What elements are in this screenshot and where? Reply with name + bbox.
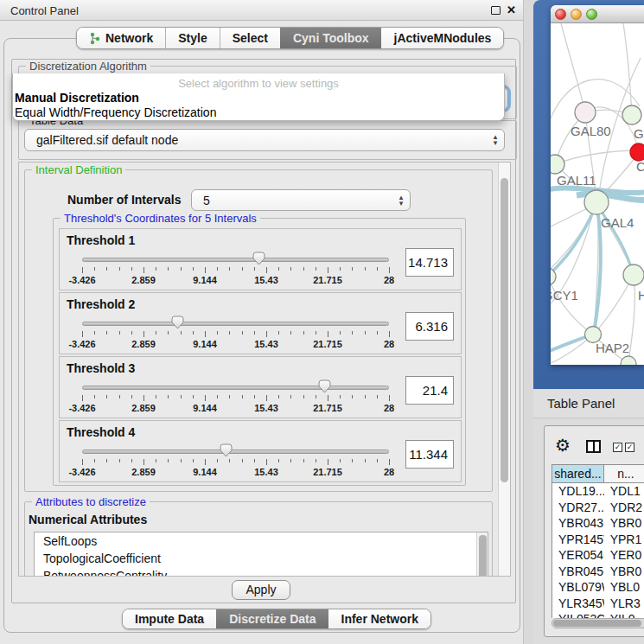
slider-track[interactable] [82, 322, 389, 326]
slider-thumb[interactable] [171, 316, 184, 329]
network-node-label: GAL4 [601, 215, 634, 230]
attribute-list-item[interactable]: BetweennessCentrality [35, 567, 488, 577]
tab-network[interactable]: Network [77, 28, 165, 48]
table-row[interactable]: YDR27...YDR2 [552, 500, 644, 516]
checkbox-icon[interactable]: ✓ [625, 443, 634, 452]
tab-label: Cyni Toolbox [293, 31, 369, 45]
network-canvas[interactable]: GAL80GACGAL11GAL4GCY1HHAP2 [551, 23, 644, 365]
tab-style[interactable]: Style [165, 28, 219, 48]
network-node-label: GAL11 [557, 173, 596, 188]
network-edge[interactable] [561, 23, 584, 111]
attribute-list-item[interactable]: TopologicalCoefficient [35, 550, 488, 567]
table-row[interactable]: YIL052CYIL0 [552, 611, 644, 618]
close-traffic-light-icon[interactable] [555, 9, 566, 20]
tab-label: Style [178, 31, 207, 45]
slider-ticks [82, 395, 389, 402]
slider-track[interactable] [82, 386, 389, 390]
tab-discretize-data[interactable]: Discretize Data [216, 609, 328, 628]
table-column-header[interactable]: n... [604, 464, 644, 483]
threshold-value-field[interactable]: 14.713 [405, 248, 454, 277]
zoom-traffic-light-icon[interactable] [586, 9, 597, 20]
screen: Control Panel ✕ NetworkStyleSelectCyni T… [0, 0, 644, 644]
algorithm-option-manual-discretization[interactable]: Manual Discretization [13, 90, 504, 105]
table-column-header[interactable]: shared... [552, 464, 604, 483]
threshold-value-field[interactable]: 11.344 [405, 440, 454, 469]
table-cell: YBL0 [604, 579, 644, 596]
settings-vertical-scrollbar[interactable] [498, 163, 510, 576]
attribute-list-item[interactable]: SelfLoops [35, 532, 488, 550]
table-cell: YBR0 [604, 564, 644, 580]
network-node-ga[interactable] [622, 105, 641, 124]
slider-thumb[interactable] [252, 252, 265, 265]
network-node-gal80[interactable] [575, 102, 596, 123]
table-cell: YPR145W [552, 532, 604, 548]
gear-icon[interactable]: ⚙ [555, 437, 571, 454]
float-window-icon[interactable] [491, 6, 501, 15]
network-node-c[interactable] [630, 143, 644, 161]
table-horizontal-scrollbar[interactable] [552, 618, 644, 628]
network-edge[interactable] [623, 23, 632, 115]
tab-cyni-toolbox[interactable]: Cyni Toolbox [280, 28, 381, 48]
slider-ticks [82, 459, 389, 466]
control-panel-titlebar: Control Panel ✕ [0, 0, 523, 21]
table-data-combobox[interactable]: galFiltered.sif default node ▴▾ [24, 129, 505, 151]
interval-definition-group: Interval Definition Number of Intervals … [24, 169, 493, 492]
network-node[interactable] [621, 356, 636, 365]
algorithm-option-equal-width-frequency[interactable]: Equal Width/Frequency Discretization [13, 105, 504, 119]
threshold-panel-3: Threshold 3-3.4262.8599.14415.4321.71528… [59, 356, 462, 418]
table-cell: YBR043C [552, 515, 604, 532]
thresholds-group: Threshold's Coordinates for 5 Intervals … [53, 218, 466, 486]
apply-button[interactable]: Apply [232, 580, 290, 600]
network-node-gal11[interactable] [551, 155, 564, 174]
tab-label: jActiveMNodules [394, 31, 492, 45]
table-row[interactable]: YPR145WYPR1 [552, 532, 644, 548]
settings-scrollbar-thumb[interactable] [501, 178, 508, 482]
table-row[interactable]: YBL079WYBL0 [552, 579, 644, 596]
network-node-h[interactable] [623, 265, 644, 285]
network-node-gal4[interactable] [584, 190, 609, 214]
minimize-traffic-light-icon[interactable] [571, 9, 582, 20]
table-cell: YPR1 [604, 532, 644, 548]
tab-impute-data[interactable]: Impute Data [123, 609, 216, 628]
network-graph[interactable]: GAL80GACGAL11GAL4GCY1HHAP2 [551, 23, 644, 365]
table-header-row: shared...n... [552, 464, 644, 483]
close-icon[interactable]: ✕ [507, 3, 516, 16]
slider-tick-labels: -3.4262.8599.14415.4321.71528 [82, 275, 389, 285]
table-row[interactable]: YBR043CYBR0 [552, 515, 644, 532]
network-edge[interactable] [551, 203, 596, 274]
network-edge[interactable] [551, 278, 591, 333]
table-row[interactable]: YDL19...YDL1 [552, 483, 644, 500]
tab-infer-network[interactable]: Infer Network [328, 609, 430, 628]
slider-tick-labels: -3.4262.8599.14415.4321.71528 [82, 339, 389, 349]
checkbox-icon[interactable]: ✓ [613, 443, 622, 452]
network-edge[interactable] [551, 336, 591, 365]
table-data-combobox-value: galFiltered.sif default node [25, 133, 487, 147]
node-attribute-table[interactable]: shared...n...YDL19...YDL1YDR27...YDR2YBR… [552, 464, 644, 618]
attributes-list-scrollbar-thumb[interactable] [479, 535, 487, 577]
table-row[interactable]: YBR045CYBR0 [552, 564, 644, 580]
tab-select[interactable]: Select [220, 28, 280, 48]
slider-track[interactable] [82, 258, 389, 262]
slider-track[interactable] [82, 450, 389, 454]
threshold-value-field[interactable]: 6.316 [405, 312, 454, 341]
tab-label: Impute Data [135, 612, 204, 626]
network-edge[interactable] [556, 150, 638, 164]
slider-thumb[interactable] [318, 379, 331, 393]
table-cell: YBL079W [552, 579, 604, 596]
attributes-list-scrollbar[interactable] [476, 532, 488, 577]
threshold-label: Threshold 2 [67, 297, 135, 311]
numerical-attributes-list[interactable]: SelfLoopsTopologicalCoefficientBetweenne… [34, 532, 488, 577]
tab-jactivemnodules[interactable]: jActiveMNodules [381, 28, 504, 48]
split-columns-icon[interactable] [586, 440, 601, 453]
table-row[interactable]: YLR345WYLR3 [552, 596, 644, 612]
threshold-value-field[interactable]: 21.4 [405, 376, 454, 405]
table-row[interactable]: YER054CYER0 [552, 547, 644, 564]
table-cell: YIL052C [552, 611, 604, 618]
slider-thumb[interactable] [220, 443, 233, 457]
tab-label: Select [233, 31, 268, 45]
table-cell: YDL19... [552, 483, 604, 500]
number-of-intervals-combobox[interactable]: 5 ▴▾ [191, 189, 411, 211]
table-horizontal-scrollbar-thumb[interactable] [553, 620, 641, 627]
algorithm-dropdown-popup: Select algorithm to view settings Manual… [12, 73, 505, 121]
threshold-label: Threshold 1 [67, 233, 135, 247]
